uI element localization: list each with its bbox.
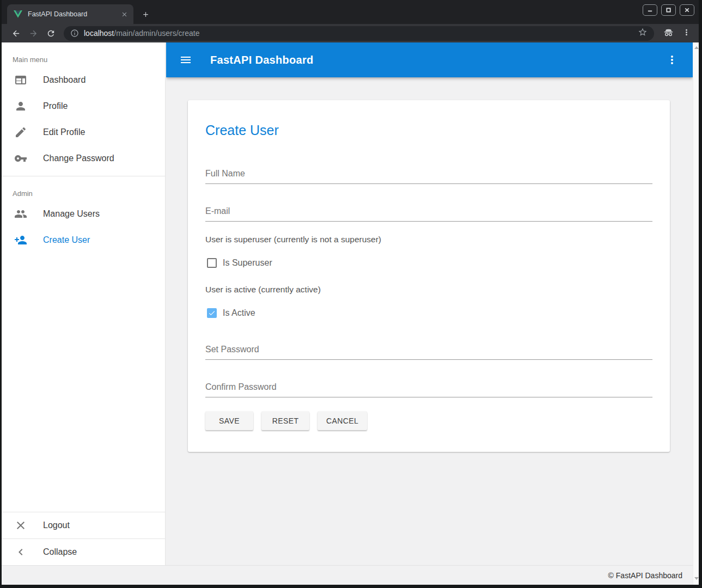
reload-button[interactable]	[44, 26, 58, 40]
new-tab-button[interactable]	[138, 7, 153, 22]
people-icon	[14, 207, 27, 220]
close-window-button[interactable]	[680, 4, 694, 16]
url-text: localhost/main/admin/users/create	[84, 29, 199, 38]
page-title: Create User	[205, 122, 652, 138]
tab-close-icon[interactable]	[119, 9, 129, 19]
close-icon	[14, 519, 27, 532]
set-password-field[interactable]	[205, 344, 652, 360]
confirm-password-field[interactable]	[205, 382, 652, 397]
page: Create User User is superuser (currently…	[166, 77, 693, 452]
is-active-row[interactable]: Is Active	[205, 307, 652, 319]
minimize-icon	[647, 7, 653, 13]
address-bar[interactable]: localhost/main/admin/users/create	[64, 26, 654, 41]
confirm-password-input[interactable]	[205, 382, 652, 392]
page-info-icon[interactable]	[70, 29, 79, 38]
pencil-icon	[14, 126, 27, 139]
sidebar-item-label: Profile	[43, 101, 68, 111]
sidebar-section-admin: Admin	[2, 176, 165, 201]
sidebar-item-profile[interactable]: Profile	[2, 93, 165, 119]
sidebar-item-manage-users[interactable]: Manage Users	[2, 201, 165, 227]
is-superuser-row[interactable]: Is Superuser	[205, 257, 652, 269]
url-host: localhost	[84, 29, 114, 38]
app-body: Main menu Dashboard Profile Edit Profile…	[2, 42, 699, 565]
appbar-menu-button[interactable]	[666, 53, 679, 66]
maximize-icon	[666, 7, 672, 13]
scrollbar-down-icon[interactable]	[694, 577, 699, 580]
sidebar-item-create-user[interactable]: Create User	[2, 227, 165, 253]
toolbar-right	[663, 27, 691, 40]
sidebar-item-label: Edit Profile	[43, 127, 85, 137]
sidebar-item-dashboard[interactable]: Dashboard	[2, 67, 165, 93]
forward-button[interactable]	[26, 26, 40, 40]
hamburger-icon	[179, 53, 192, 66]
app-footer: © FastAPI Dashboard	[2, 565, 699, 585]
active-hint: User is active (currently active)	[205, 284, 652, 295]
person-icon	[14, 100, 27, 113]
person-add-icon	[14, 234, 27, 247]
browser-toolbar: localhost/main/admin/users/create	[2, 24, 699, 42]
dashboard-icon	[14, 74, 27, 87]
is-active-checkbox[interactable]	[207, 308, 217, 318]
browser-tab[interactable]: FastAPI Dashboard	[7, 4, 133, 24]
back-button[interactable]	[9, 26, 23, 40]
minimize-button[interactable]	[643, 4, 657, 16]
browser-tabstrip: FastAPI Dashboard	[2, 0, 699, 24]
url-path: /main/admin/users/create	[114, 29, 199, 38]
check-icon	[208, 309, 216, 317]
is-superuser-checkbox[interactable]	[207, 258, 217, 268]
is-active-label: Is Active	[223, 308, 255, 318]
tab-title: FastAPI Dashboard	[28, 10, 119, 18]
key-icon	[14, 152, 27, 165]
reload-icon	[46, 29, 56, 38]
is-superuser-label: Is Superuser	[223, 258, 272, 268]
bookmark-button[interactable]	[638, 27, 648, 39]
maximize-button[interactable]	[661, 4, 676, 16]
field-underline	[205, 221, 652, 222]
sidebar-item-edit-profile[interactable]: Edit Profile	[2, 119, 165, 145]
full-name-field[interactable]	[205, 168, 652, 184]
appbar: FastAPI Dashboard	[166, 42, 693, 77]
email-field[interactable]	[205, 206, 652, 222]
sidebar-item-collapse[interactable]: Collapse	[2, 539, 165, 565]
vue-favicon-icon	[14, 10, 22, 18]
sidebar-section-main-menu: Main menu	[2, 42, 165, 67]
arrow-back-icon	[11, 29, 21, 38]
kebab-icon	[682, 28, 691, 37]
window-frame: FastAPI Dashboard localhost/main/admin/u…	[2, 0, 699, 585]
field-underline	[205, 397, 652, 397]
superuser-hint: User is superuser (currently is not a su…	[205, 234, 652, 245]
plus-icon	[142, 10, 150, 19]
sidebar-item-label: Manage Users	[43, 209, 100, 219]
set-password-input[interactable]	[205, 344, 652, 354]
main-content: FastAPI Dashboard Create User	[166, 42, 693, 565]
sidebar-item-logout[interactable]: Logout	[2, 512, 165, 538]
kebab-icon	[666, 53, 679, 66]
incognito-icon	[663, 27, 674, 40]
vertical-scrollbar[interactable]	[693, 42, 699, 585]
create-user-card: Create User User is superuser (currently…	[188, 100, 670, 452]
save-button[interactable]: SAVE	[205, 412, 253, 430]
sidebar-item-label: Logout	[43, 520, 70, 530]
email-input[interactable]	[205, 206, 652, 216]
sidebar-item-label: Create User	[43, 235, 90, 245]
full-name-input[interactable]	[205, 168, 652, 179]
appbar-title: FastAPI Dashboard	[210, 54, 314, 66]
chevron-left-icon	[14, 546, 27, 559]
reset-button[interactable]: RESET	[261, 412, 309, 430]
window-controls	[643, 4, 694, 16]
sidebar: Main menu Dashboard Profile Edit Profile…	[2, 42, 166, 565]
copyright-text: © FastAPI Dashboard	[608, 571, 682, 580]
browser-menu-button[interactable]	[682, 28, 691, 39]
sidebar-bottom: Logout Collapse	[2, 512, 165, 565]
sidebar-item-label: Collapse	[43, 547, 77, 557]
hamburger-menu-button[interactable]	[179, 53, 192, 66]
scrollbar-up-icon[interactable]	[694, 46, 699, 49]
close-icon	[684, 7, 690, 13]
cancel-button[interactable]: CANCEL	[318, 412, 367, 430]
sidebar-item-label: Change Password	[43, 154, 114, 163]
browser-window: FastAPI Dashboard localhost/main/admin/u…	[0, 0, 702, 588]
sidebar-item-change-password[interactable]: Change Password	[2, 145, 165, 171]
field-underline	[205, 183, 652, 184]
arrow-forward-icon	[29, 29, 38, 38]
field-underline	[205, 359, 652, 360]
